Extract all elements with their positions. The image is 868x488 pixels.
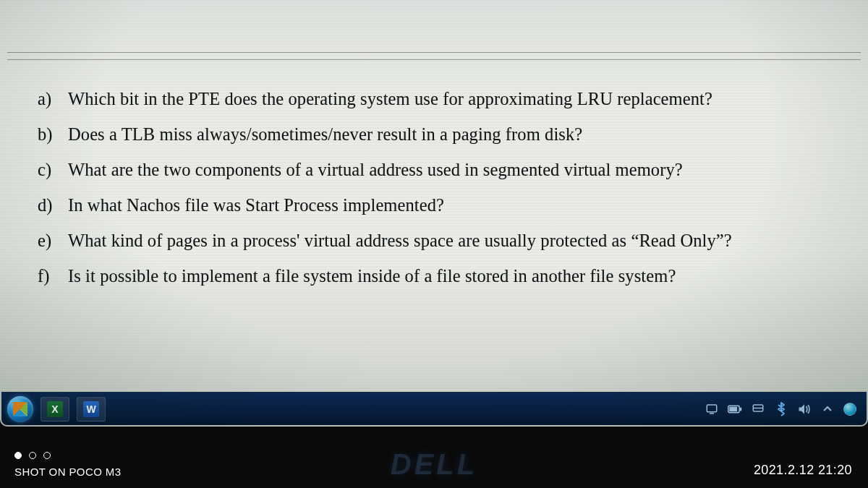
word-icon: W bbox=[83, 401, 99, 417]
excel-icon: X bbox=[47, 401, 63, 417]
camera-timestamp: 2021.2.12 21:20 bbox=[754, 463, 852, 478]
monitor-screen: a) Which bit in the PTE does the operati… bbox=[0, 0, 868, 427]
volume-icon[interactable] bbox=[797, 402, 812, 416]
security-orb-icon[interactable] bbox=[843, 403, 856, 416]
question-text: Does a TLB miss always/sometimes/never r… bbox=[68, 122, 582, 146]
question-item-b: b) Does a TLB miss always/sometimes/neve… bbox=[38, 122, 839, 146]
question-text: Which bit in the PTE does the operating … bbox=[68, 87, 712, 111]
question-label: c) bbox=[38, 158, 55, 181]
question-list: a) Which bit in the PTE does the operati… bbox=[38, 87, 839, 299]
monitor-brand-logo: DELL bbox=[391, 448, 477, 481]
question-label: a) bbox=[38, 87, 55, 111]
svg-rect-0 bbox=[707, 405, 717, 412]
dot-indicator-active bbox=[14, 452, 22, 459]
question-label: e) bbox=[38, 228, 55, 252]
dot-indicator bbox=[29, 452, 36, 459]
svg-rect-3 bbox=[740, 407, 741, 411]
question-item-e: e) What kind of pages in a process' virt… bbox=[38, 228, 839, 252]
taskbar-app-excel[interactable]: X bbox=[41, 397, 69, 421]
question-text: What kind of pages in a process' virtual… bbox=[68, 228, 732, 252]
svg-rect-4 bbox=[729, 406, 737, 411]
question-text: Is it possible to implement a file syste… bbox=[68, 264, 676, 288]
battery-icon[interactable] bbox=[728, 402, 742, 416]
bluetooth-icon[interactable] bbox=[774, 402, 788, 416]
tray-chevron-icon[interactable] bbox=[820, 402, 835, 416]
svg-rect-1 bbox=[710, 413, 714, 414]
document-rule-line bbox=[7, 59, 861, 60]
windows-taskbar: X W bbox=[1, 392, 867, 425]
document-rule-line bbox=[7, 52, 861, 53]
taskbar-app-word[interactable]: W bbox=[77, 397, 106, 421]
question-item-f: f) Is it possible to implement a file sy… bbox=[38, 264, 839, 288]
question-item-a: a) Which bit in the PTE does the operati… bbox=[38, 87, 839, 111]
phone-camera-overlay: DELL SHOT ON POCO M3 2021.2.12 21:20 bbox=[0, 433, 868, 488]
system-tray[interactable] bbox=[705, 402, 861, 416]
question-text: In what Nachos file was Start Process im… bbox=[68, 193, 444, 217]
action-center-icon[interactable] bbox=[705, 402, 719, 416]
camera-watermark-text: SHOT ON POCO M3 bbox=[14, 466, 121, 478]
question-label: b) bbox=[38, 122, 55, 146]
start-button[interactable] bbox=[7, 396, 33, 422]
network-icon[interactable] bbox=[751, 402, 765, 416]
question-label: d) bbox=[38, 193, 55, 217]
dot-indicator bbox=[43, 452, 51, 459]
question-label: f) bbox=[38, 264, 55, 288]
question-text: What are the two components of a virtual… bbox=[68, 158, 683, 181]
question-item-c: c) What are the two components of a virt… bbox=[38, 158, 839, 181]
camera-page-dots bbox=[14, 452, 51, 459]
question-item-d: d) In what Nachos file was Start Process… bbox=[38, 193, 839, 217]
